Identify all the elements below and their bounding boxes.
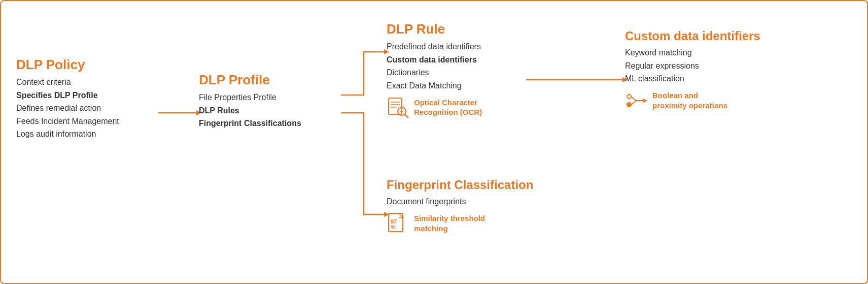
svg-rect-6: [389, 98, 402, 114]
fp-icon-block: 97 % Similarity thresholdmatching: [387, 212, 544, 235]
rule-item-0: Predefined data identifiers: [387, 40, 529, 53]
fp-label: Similarity thresholdmatching: [414, 213, 485, 233]
rule-title: DLP Rule: [387, 21, 529, 37]
diagram-container: DLP Policy Context criteria Specifies DL…: [0, 0, 868, 284]
rule-section: DLP Rule Predefined data identifiers Cus…: [387, 21, 529, 118]
custom-title: Custom data identifiers: [625, 29, 848, 43]
ocr-block: Optical CharacterRecognition (OCR): [387, 96, 529, 118]
svg-point-17: [627, 94, 631, 99]
ocr-icon: [387, 96, 409, 118]
svg-line-19: [631, 97, 636, 101]
policy-item-2: Defines remedial action: [16, 102, 158, 115]
svg-line-20: [631, 101, 636, 105]
custom-item-2: ML classification: [625, 72, 848, 85]
ocr-label: Optical CharacterRecognition (OCR): [414, 98, 482, 117]
svg-marker-22: [643, 99, 647, 103]
policy-item-3: Feeds Incident Management: [16, 115, 158, 128]
profile-item-0: File Properties Profile: [199, 91, 341, 104]
custom-item-1: Regular expressions: [625, 59, 848, 73]
profile-item-2: Fingerprint Classifications: [199, 117, 341, 130]
profile-title: DLP Profile: [199, 72, 341, 88]
profile-item-1: DLP Rules: [199, 104, 341, 117]
fp-section: Fingerprint Classification Document fing…: [387, 178, 544, 235]
policy-item-0: Context criteria: [16, 76, 158, 89]
profile-section: DLP Profile File Properties Profile DLP …: [199, 72, 341, 130]
policy-item-1: Specifies DLP Profile: [16, 89, 158, 102]
policy-title: DLP Policy: [16, 57, 158, 73]
custom-section: Custom data identifiers Keyword matching…: [625, 29, 848, 112]
svg-point-18: [627, 103, 631, 107]
svg-line-11: [405, 114, 408, 117]
custom-item-0: Keyword matching: [625, 46, 848, 59]
bool-block: Boolean andproximity operations: [625, 89, 848, 112]
rule-item-2: Dictionaries: [387, 66, 529, 79]
svg-text:%: %: [391, 224, 396, 230]
bool-label: Boolean andproximity operations: [652, 90, 727, 110]
rule-item-1: Custom data identifiers: [387, 53, 529, 67]
bool-icon: [625, 89, 647, 112]
rule-item-3: Exact Data Matching: [387, 79, 529, 92]
fp-item-0: Document fingerprints: [387, 195, 544, 208]
fp-title: Fingerprint Classification: [387, 178, 544, 192]
policy-section: DLP Policy Context criteria Specifies DL…: [16, 57, 158, 141]
fp-doc-icon: 97 %: [387, 212, 409, 235]
policy-item-4: Logs audit information: [16, 128, 158, 141]
